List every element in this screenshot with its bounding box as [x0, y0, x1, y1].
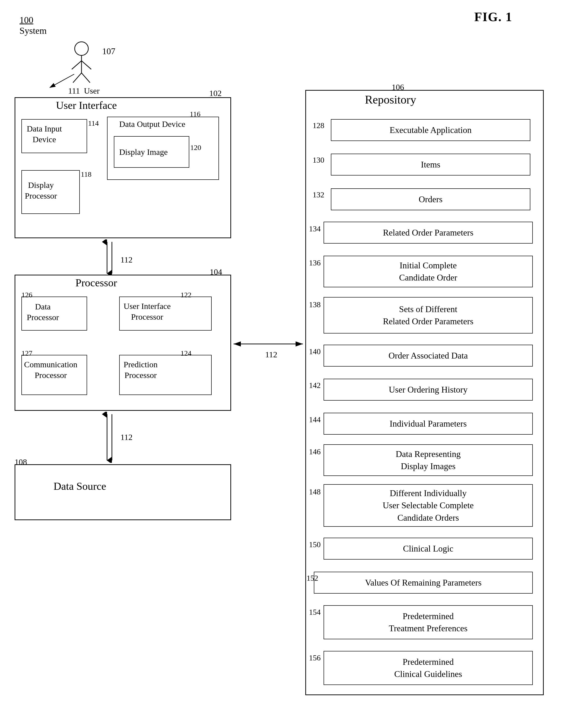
repo-item-144-label: Individual Parameters — [390, 419, 467, 429]
data-input-number: 114 — [88, 119, 99, 127]
system-label-text: System — [19, 26, 47, 36]
pred-processor-label: PredictionProcessor — [124, 359, 158, 381]
fig-title: FIG. 1 — [474, 10, 512, 24]
arrow-112-top-svg — [100, 239, 119, 275]
repo-item-128-label: Executable Application — [390, 125, 472, 135]
data-input-label: Data InputDevice — [27, 123, 62, 145]
repo-item-142-num: 142 — [309, 381, 321, 390]
repo-item-156-num: 156 — [309, 653, 321, 662]
comm-processor-number: 127 — [21, 349, 32, 357]
display-processor-number: 118 — [81, 170, 91, 178]
svg-line-2 — [72, 61, 81, 69]
repo-item-130-num: 130 — [313, 156, 324, 165]
repo-item-148-num: 148 — [309, 487, 321, 496]
ui-processor-label: User InterfaceProcessor — [124, 301, 170, 322]
repo-item-142-box: User Ordering History — [324, 379, 533, 401]
repo-item-136-box: Initial CompleteCandidate Order — [324, 256, 533, 287]
svg-point-0 — [75, 42, 88, 55]
repo-item-138-num: 138 — [309, 300, 321, 309]
data-processor-label: DataProcessor — [27, 301, 59, 323]
repository-number: 106 — [392, 83, 404, 92]
repo-item-146-box: Data RepresentingDisplay Images — [324, 444, 533, 476]
repo-item-130-box: Items — [331, 154, 530, 175]
repo-item-136-num: 136 — [309, 258, 321, 267]
ui-label: User Interface — [56, 99, 117, 112]
ui-processor-number: 122 — [180, 291, 191, 299]
repo-item-152-box: Values Of Remaining Parameters — [314, 572, 533, 594]
repo-item-140-num: 140 — [309, 347, 321, 356]
user-label: User — [84, 86, 99, 96]
repo-item-144-num: 144 — [309, 415, 321, 424]
repo-item-156-box: PredeterminedClinical Guidelines — [324, 651, 533, 685]
ui-number: 102 — [209, 89, 221, 98]
repository-label: Repository — [365, 93, 416, 106]
arrow-112-horiz-label: 112 — [265, 350, 277, 359]
data-processor-number: 126 — [21, 291, 32, 299]
repo-item-132-label: Orders — [419, 194, 443, 204]
svg-line-5 — [81, 73, 90, 83]
repo-item-150-box: Clinical Logic — [324, 538, 533, 560]
data-output-label: Data Output Device — [119, 120, 185, 129]
repo-item-152-label: Values Of Remaining Parameters — [365, 578, 482, 588]
system-number: 100 System — [19, 15, 47, 36]
display-processor-label: DisplayProcessor — [25, 180, 57, 201]
display-image-number: 120 — [190, 143, 201, 152]
repo-item-142-label: User Ordering History — [389, 385, 468, 395]
arrow-112-top-label: 112 — [120, 255, 133, 264]
data-output-number: 116 — [190, 110, 200, 118]
repo-item-150-label: Clinical Logic — [403, 544, 454, 554]
processor-label: Processor — [75, 277, 117, 289]
user-number-107: 107 — [102, 46, 115, 56]
repo-item-132-num: 132 — [313, 190, 324, 199]
data-source-label: Data Source — [53, 480, 106, 492]
repo-item-154-num: 154 — [309, 608, 321, 617]
processor-number: 104 — [210, 267, 222, 277]
system-number-text: 100 — [19, 15, 47, 25]
repo-item-154-box: PredeterminedTreatment Preferences — [324, 605, 533, 639]
repo-item-150-num: 150 — [309, 540, 321, 549]
repo-item-134-label: Related Order Parameters — [383, 228, 473, 238]
repo-item-156-label: PredeterminedClinical Guidelines — [394, 656, 462, 680]
comm-processor-label: CommunicationProcessor — [24, 359, 77, 381]
repo-item-130-label: Items — [421, 159, 440, 170]
repo-item-128-box: Executable Application — [331, 119, 530, 141]
repo-item-138-label: Sets of DifferentRelated Order Parameter… — [383, 303, 473, 328]
repo-item-144-box: Individual Parameters — [324, 413, 533, 435]
display-image-label: Display Image — [119, 148, 168, 157]
data-source-number: 108 — [15, 457, 27, 467]
repo-item-154-label: PredeterminedTreatment Preferences — [389, 610, 468, 635]
repo-item-148-label: Different IndividuallyUser Selectable Co… — [383, 487, 474, 524]
repo-item-128-num: 128 — [313, 121, 324, 130]
arrow-112-bottom-svg — [100, 412, 119, 463]
pred-processor-number: 124 — [180, 349, 191, 357]
arrow-112-bottom-label: 112 — [120, 433, 133, 442]
repo-item-140-box: Order Associated Data — [324, 345, 533, 367]
repo-item-146-label: Data RepresentingDisplay Images — [396, 448, 461, 473]
repo-item-146-num: 146 — [309, 447, 321, 456]
data-source-box — [15, 464, 231, 520]
repo-item-134-num: 134 — [309, 224, 321, 233]
repo-item-138-box: Sets of DifferentRelated Order Parameter… — [324, 297, 533, 333]
repo-item-136-label: Initial CompleteCandidate Order — [399, 259, 457, 284]
repo-item-148-box: Different IndividuallyUser Selectable Co… — [324, 484, 533, 527]
repo-item-140-label: Order Associated Data — [389, 351, 468, 361]
repo-item-134-box: Related Order Parameters — [324, 222, 533, 244]
svg-line-7 — [50, 74, 74, 88]
repo-item-132-box: Orders — [331, 188, 530, 210]
user-number-111: 111 — [68, 86, 80, 96]
svg-line-3 — [81, 61, 91, 69]
